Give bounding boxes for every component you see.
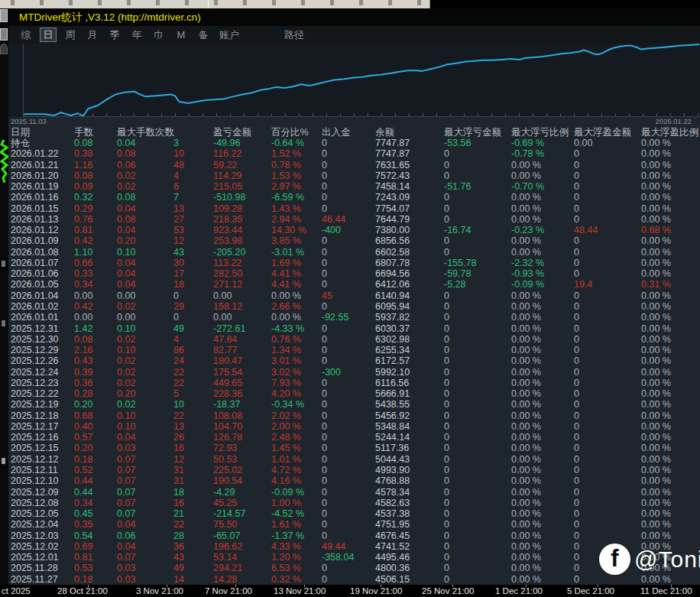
table-row[interactable]: 2026.01.130.760.0827218.352.94 %46.44764… xyxy=(8,214,700,225)
time-axis-label: 3 Nov 21:00 xyxy=(136,586,183,595)
toolbar-button-巾[interactable]: 巾 xyxy=(151,28,167,41)
table-row[interactable]: 2025.12.240.390.0222175.543.02 %-3005992… xyxy=(8,367,700,378)
table-row[interactable]: 2025.12.160.570.0426126.782.48 %05244.14… xyxy=(8,432,700,443)
table-cell: -92.55 xyxy=(322,312,375,323)
table-cell: 6302.98 xyxy=(375,334,444,345)
table-cell: 0.57 xyxy=(74,432,117,443)
table-cell: 0.07 xyxy=(117,465,173,475)
table-row[interactable]: 2026.01.081.100.1043-205.20-3.01 %06602.… xyxy=(8,247,700,258)
table-row[interactable]: 2025.12.110.520.0731225.024.72 %04993.90… xyxy=(8,465,700,475)
table-cell: 113.22 xyxy=(213,258,271,268)
table-cell: 0.35 xyxy=(74,519,117,530)
table-cell: 0.00 % xyxy=(641,301,700,312)
table-cell: 2026.01.05 xyxy=(8,279,74,290)
table-row[interactable]: 2026.01.211.160.064859.220.78 %07631.650… xyxy=(8,160,700,170)
table-row[interactable]: 2026.01.160.320.087-510.98-6.59 %07243.0… xyxy=(8,192,700,203)
table-cell: 17 xyxy=(173,268,213,279)
toolbar-button-月[interactable]: 月 xyxy=(85,28,100,41)
table-row[interactable]: 2025.12.311.420.1049-272.61-4.33 %06030.… xyxy=(8,323,700,334)
table-cell: 0.00 % xyxy=(641,399,700,410)
table-cell: 0.03 xyxy=(117,563,173,573)
table-row[interactable]: 2025.12.040.350.042275.501.61 %04751.950… xyxy=(8,519,700,530)
table-cell: 0.18 xyxy=(74,574,117,585)
table-cell: 109.28 xyxy=(213,203,271,214)
table-row[interactable]: 2025.11.280.530.0349294.216.53 %04800.36… xyxy=(8,563,700,573)
table-cell: 0.00 % xyxy=(641,323,700,334)
table-row[interactable]: 2026.01.020.420.0229158.122.66 %06095.94… xyxy=(8,301,700,312)
chart-date-range: 2025.11.03 2026.01.22 xyxy=(8,117,700,127)
table-cell: 5456.92 xyxy=(375,410,444,421)
table-row[interactable]: 2026.01.040.000.0000.000.00 %456140.9400… xyxy=(8,290,700,301)
table-cell: 2025.11.27 xyxy=(8,574,74,585)
table-cell: 0.00 % xyxy=(641,378,700,388)
table-cell: 0.34 xyxy=(74,279,117,290)
toolbar-button-综[interactable]: 综 xyxy=(18,28,34,41)
table-row[interactable]: 2025.12.180.680.1022108.082.02 %05456.92… xyxy=(8,410,700,421)
table-row[interactable]: 2025.12.300.080.02447.640.76 %06302.9800… xyxy=(8,334,700,345)
toolbar-button-季[interactable]: 季 xyxy=(107,28,122,41)
table-row[interactable]: 2026.01.150.290.0413109.281.43 %07754.07… xyxy=(8,203,700,214)
table-row[interactable]: 2025.12.170.400.1013104.702.00 %05348.84… xyxy=(8,421,700,432)
table-row[interactable]: 2025.12.190.200.0210-18.37-0.34 %05438.5… xyxy=(8,399,700,410)
table-cell: -0.09 % xyxy=(271,487,322,498)
toolbar-button-年[interactable]: 年 xyxy=(129,28,144,41)
table-cell: 4.16 % xyxy=(271,475,322,486)
time-axis-tick xyxy=(671,585,672,587)
table-row[interactable]: 2025.12.010.810.074353.141.20 %-358.0444… xyxy=(8,552,700,563)
table-row[interactable]: 2026.01.220.380.0810116.221.52 %07747.87… xyxy=(8,148,700,159)
equity-chart[interactable] xyxy=(8,44,700,117)
table-row[interactable]: 2025.11.270.180.031414.280.32 %04506.150… xyxy=(8,574,700,585)
table-cell: -155.78 xyxy=(444,258,511,268)
table-cell: 0.00 % xyxy=(641,345,700,355)
table-cell: 0.00 % xyxy=(641,192,700,203)
table-row[interactable]: 2026.01.200.080.024114.291.53 %07572.430… xyxy=(8,170,700,181)
table-cell: 0.00 xyxy=(213,290,271,301)
table-cell: 0 xyxy=(322,421,375,432)
table-row[interactable]: 2025.12.080.340.071645.251.00 %04582.630… xyxy=(8,498,700,508)
table-cell: 0.04 xyxy=(117,203,173,214)
table-row[interactable]: 2025.12.100.440.0731190.544.16 %04768.88… xyxy=(8,475,700,486)
table-row[interactable]: 2025.12.292.160.108682.771.34 %06255.340… xyxy=(8,345,700,355)
table-cell: 48 xyxy=(173,160,213,170)
table-row[interactable]: 2026.01.070.660.0430113.221.69 %06807.78… xyxy=(8,258,700,268)
table-cell: 43 xyxy=(173,552,213,563)
table-row[interactable]: 2025.12.260.430.0224180.473.01 %06172.57… xyxy=(8,355,700,366)
table-cell: 4 xyxy=(173,334,213,345)
toolbar-button-M[interactable]: M xyxy=(173,28,189,41)
table-row[interactable]: 2026.01.050.340.0418271.124.41 %06412.06… xyxy=(8,279,700,290)
table-row[interactable]: 持仓0.080.043-49.96-0.64 %07747.87-53.56-0… xyxy=(8,138,700,148)
table-cell: 0.00 % xyxy=(511,574,574,585)
table-row[interactable]: 2025.12.230.360.0222449.657.93 %06116.56… xyxy=(8,378,700,388)
watermark-handle: @Toni xyxy=(634,547,700,573)
table-row[interactable]: 2025.12.020.690.0436196.624.33 %49.44474… xyxy=(8,541,700,552)
table-cell: 0.02 xyxy=(117,399,173,410)
toolbar-button-path[interactable]: 路径 xyxy=(283,28,306,41)
table-cell: 6095.94 xyxy=(375,301,444,312)
table-row[interactable]: 2025.12.120.180.071250.531.01 %05044.430… xyxy=(8,454,700,465)
table-cell: 5244.14 xyxy=(375,432,444,443)
table-cell: 0.00 % xyxy=(271,290,322,301)
table-cell: 7754.07 xyxy=(375,203,444,214)
table-cell: 0.38 xyxy=(74,148,117,159)
table-row[interactable]: 2025.12.150.200.031672.931.45 %05117.360… xyxy=(8,443,700,453)
table-row[interactable]: 2026.01.010.000.0000.000.00 %-92.555937.… xyxy=(8,312,700,323)
toolbar-button-账户[interactable]: 账户 xyxy=(218,28,241,41)
table-row[interactable]: 2025.12.050.450.0721-214.57-4.52 %04537.… xyxy=(8,508,700,519)
toolbar-button-周[interactable]: 周 xyxy=(63,28,78,41)
column-header: 最大浮亏金额 xyxy=(444,127,511,138)
table-cell: 0 xyxy=(444,563,511,573)
table-row[interactable]: 2025.12.090.440.0718-4.29-0.09 %04578.34… xyxy=(8,487,700,498)
table-row[interactable]: 2025.12.030.540.0628-65.07-1.37 %04676.4… xyxy=(8,530,700,541)
table-cell: -0.34 % xyxy=(271,399,322,410)
table-cell: 0 xyxy=(574,290,641,301)
table-cell: 0.20 xyxy=(117,388,173,399)
toolbar-button-日[interactable]: 日 xyxy=(41,28,56,41)
table-cell: 0.02 xyxy=(117,170,173,181)
table-row[interactable]: 2026.01.090.420.2012253.983.85 %06856.56… xyxy=(8,235,700,246)
table-row[interactable]: 2026.01.190.090.026215.052.97 %07458.14-… xyxy=(8,181,700,192)
table-row[interactable]: 2026.01.060.330.0417282.504.41 %06694.56… xyxy=(8,268,700,279)
table-row[interactable]: 2025.12.220.280.205228.364.20 %05666.910… xyxy=(8,388,700,399)
table-cell: 0 xyxy=(444,443,511,453)
toolbar-button-备[interactable]: 备 xyxy=(196,28,211,41)
table-row[interactable]: 2026.01.120.810.0453923.4414.30 %-400738… xyxy=(8,225,700,235)
